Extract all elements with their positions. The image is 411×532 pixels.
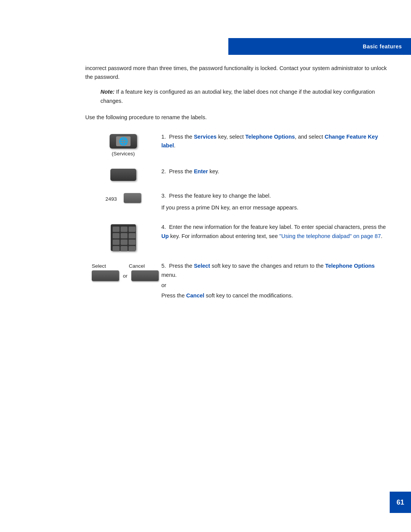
services-key-icon: 🌐 — [110, 134, 137, 149]
cancel-link[interactable]: Cancel — [186, 292, 204, 299]
step-5-number: 5. — [161, 263, 169, 269]
step-3-icon-row: 2493 — [105, 193, 141, 203]
step-4-icon-col — [85, 223, 161, 251]
use-following-text: Use the following procedure to rename th… — [85, 113, 388, 122]
up-link[interactable]: Up — [161, 233, 169, 239]
step-3-text: 3. Press the feature key to change the l… — [161, 192, 388, 212]
step-3-number: 3. — [161, 193, 169, 199]
step-2-number: 2. — [161, 168, 169, 174]
dialpad-key-2 — [121, 227, 127, 232]
note-block: Note: If a feature key is configured as … — [100, 88, 388, 105]
step-3-subtext: If you press a prime DN key, an error me… — [161, 203, 388, 212]
select-link[interactable]: Select — [194, 263, 210, 269]
softkey-labels: Select Cancel — [92, 263, 145, 269]
dialpad-key-8 — [121, 240, 127, 245]
dialpad-key-5 — [121, 233, 127, 238]
header-bar: Basic features — [228, 38, 411, 55]
note-label: Note: — [100, 89, 115, 95]
page-number-label: 61 — [397, 498, 404, 506]
step-2-text: 2. Press the Enter key. — [161, 167, 388, 176]
cancel-label: Cancel — [129, 263, 145, 269]
step-5-icon-col: Select Cancel or — [85, 262, 161, 281]
dialpad-key-hash — [129, 246, 135, 251]
dialpad-key-3 — [129, 227, 135, 232]
softkey-or-label: or — [123, 273, 127, 279]
select-label: Select — [92, 263, 106, 269]
step-4-number: 4. — [161, 224, 169, 230]
select-softkey-icon — [92, 270, 119, 281]
services-key-inner: 🌐 — [116, 136, 131, 146]
main-content: incorrect password more than three times… — [85, 64, 388, 311]
telephone-options-link-2[interactable]: Telephone Options — [325, 263, 374, 269]
step-5-text: 5. Press the Select soft key to save the… — [161, 262, 388, 300]
steps-container: 🌐 (Services) 1. Press the Services key, … — [85, 133, 388, 311]
enter-key-icon — [110, 169, 136, 181]
step-3-row: 2493 3. Press the feature key to change … — [85, 192, 388, 212]
step-5-cancel-text: Press the Cancel soft key to cancel the … — [161, 291, 388, 300]
step-1-text: 1. Press the Services key, select Teleph… — [161, 133, 388, 150]
step-1-row: 🌐 (Services) 1. Press the Services key, … — [85, 133, 388, 157]
cancel-softkey-icon — [131, 270, 159, 281]
step-3-num-label: 2493 — [105, 196, 117, 202]
step-1-icon-label: (Services) — [112, 151, 135, 157]
step-5-row: Select Cancel or 5. Press the Select sof… — [85, 262, 388, 300]
dialpad-key-7 — [113, 240, 119, 245]
step-1-icon-col: 🌐 (Services) — [85, 133, 161, 157]
softkey-keys: or — [92, 270, 159, 281]
note-text: If a feature key is configured as an aut… — [100, 89, 375, 104]
header-title: Basic features — [363, 43, 402, 50]
dialpad-icon — [111, 224, 136, 251]
step-2-row: 2. Press the Enter key. — [85, 167, 388, 181]
globe-unicode-icon: 🌐 — [119, 137, 128, 146]
step-2-icon-col — [85, 167, 161, 181]
dialpad-key-1 — [113, 227, 119, 232]
step-1-number: 1. — [161, 134, 169, 140]
dialpad-key-9 — [129, 240, 135, 245]
step-4-text: 4. Enter the new information for the fea… — [161, 223, 388, 240]
feature-key-icon — [124, 193, 141, 203]
telephone-options-link[interactable]: Telephone Options — [245, 134, 295, 140]
dialpad-key-star — [113, 246, 119, 251]
step-5-or: or — [161, 281, 388, 290]
dialpad-key-6 — [129, 233, 135, 238]
dialpad-key-0 — [121, 246, 127, 251]
step-4-row: 4. Enter the new information for the fea… — [85, 223, 388, 251]
dialpad-key-4 — [113, 233, 119, 238]
dialpad-reference-link[interactable]: "Using the telephone dialpad" on page 87 — [279, 233, 381, 239]
page-number-box: 61 — [390, 492, 411, 513]
intro-paragraph: incorrect password more than three times… — [85, 64, 388, 81]
enter-link[interactable]: Enter — [194, 168, 208, 174]
services-link[interactable]: Services — [194, 134, 217, 140]
step-3-icon-col: 2493 — [85, 192, 161, 203]
